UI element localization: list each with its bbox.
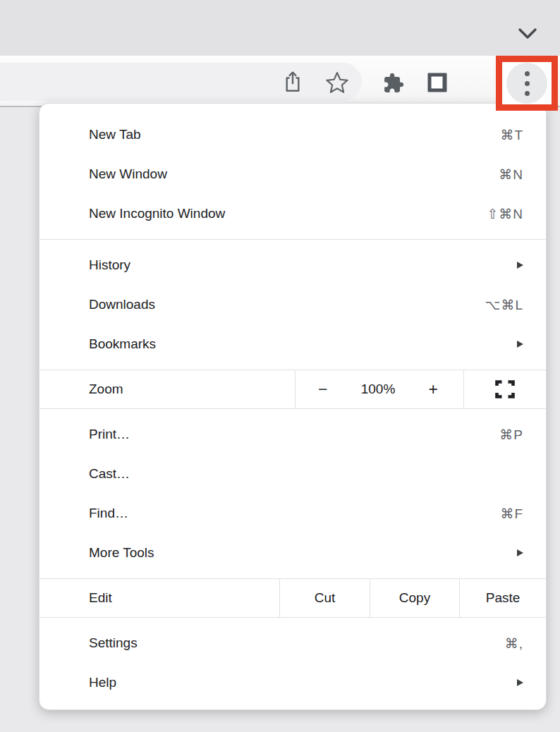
browser-toolbar: [0, 56, 560, 107]
zoom-level-value: 100%: [361, 382, 396, 397]
zoom-label: Zoom: [89, 382, 123, 397]
zoom-out-button[interactable]: −: [318, 382, 327, 398]
fullscreen-icon: [495, 380, 515, 398]
menu-item-label: Help: [89, 675, 517, 690]
fullscreen-button[interactable]: [463, 370, 546, 408]
submenu-arrow-icon: [517, 549, 523, 556]
submenu-arrow-icon: [517, 341, 523, 348]
chevron-down-icon[interactable]: [517, 28, 538, 40]
menu-item-new-tab[interactable]: New Tab ⌘T: [39, 115, 546, 154]
share-icon[interactable]: [284, 71, 303, 93]
menu-item-cast[interactable]: Cast…: [39, 454, 546, 494]
zoom-row: Zoom − 100% +: [39, 370, 546, 408]
edit-label-cell: Edit: [39, 579, 279, 617]
cut-button[interactable]: Cut: [279, 579, 370, 617]
menu-item-label: Settings: [89, 635, 505, 651]
edit-row: Edit Cut Copy Paste: [39, 579, 546, 617]
shortcut-label: ⌘F: [500, 506, 523, 522]
menu-item-history[interactable]: History: [39, 245, 546, 285]
menu-item-more-tools[interactable]: More Tools: [39, 533, 546, 573]
side-panel-icon[interactable]: [428, 73, 447, 92]
extensions-puzzle-icon[interactable]: [383, 73, 405, 94]
menu-item-downloads[interactable]: Downloads ⌥⌘L: [39, 285, 546, 324]
menu-item-new-window[interactable]: New Window ⌘N: [39, 154, 546, 194]
shortcut-label: ⌥⌘L: [485, 297, 523, 313]
submenu-arrow-icon: [517, 262, 523, 269]
menu-item-label: Downloads: [89, 297, 485, 312]
edit-label: Edit: [89, 590, 112, 606]
star-icon[interactable]: [325, 71, 350, 95]
shortcut-label: ⌘N: [499, 166, 523, 183]
shortcut-label: ⌘P: [499, 427, 523, 443]
paste-button[interactable]: Paste: [459, 579, 546, 617]
menu-item-label: New Window: [89, 166, 499, 182]
copy-button[interactable]: Copy: [370, 579, 459, 617]
menu-item-label: History: [89, 257, 517, 273]
menu-item-label: Print…: [89, 427, 499, 442]
zoom-in-button[interactable]: +: [429, 382, 438, 398]
tab-strip: [0, 0, 560, 56]
zoom-controls: − 100% +: [295, 370, 463, 408]
menu-item-new-incognito-window[interactable]: New Incognito Window ⇧⌘N: [39, 194, 546, 233]
menu-item-bookmarks[interactable]: Bookmarks: [39, 324, 546, 364]
shortcut-label: ⌘T: [500, 127, 523, 143]
menu-item-label: New Incognito Window: [89, 206, 487, 221]
zoom-label-cell: Zoom: [39, 370, 295, 408]
shortcut-label: ⌘,: [505, 635, 523, 652]
menu-item-settings[interactable]: Settings ⌘,: [39, 623, 546, 663]
menu-item-find[interactable]: Find… ⌘F: [39, 494, 546, 533]
three-dot-menu-icon[interactable]: [506, 63, 547, 104]
menu-item-print[interactable]: Print… ⌘P: [39, 415, 546, 454]
menu-item-help[interactable]: Help: [39, 663, 546, 702]
submenu-arrow-icon: [517, 679, 523, 686]
menu-item-label: Find…: [89, 506, 500, 521]
menu-item-label: New Tab: [89, 127, 500, 142]
shortcut-label: ⇧⌘N: [487, 206, 523, 222]
chrome-menu-dropdown: New Tab ⌘T New Window ⌘N New Incognito W…: [39, 103, 547, 710]
menu-button-highlight: [496, 56, 558, 111]
omnibox[interactable]: [0, 63, 362, 101]
menu-item-label: Bookmarks: [89, 336, 517, 352]
menu-item-label: Cast…: [89, 466, 523, 482]
menu-item-label: More Tools: [89, 545, 517, 561]
